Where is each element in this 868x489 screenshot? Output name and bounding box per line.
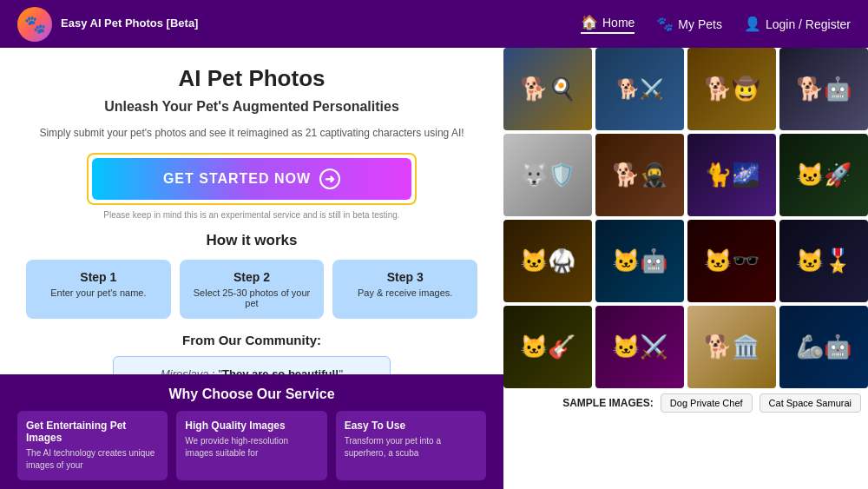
- grid-image-14: 🐱⚔️: [595, 306, 684, 388]
- grid-image-16: 🦾🤖: [779, 306, 868, 388]
- steps-container: Step 1 Enter your pet's name. Step 2 Sel…: [26, 260, 477, 319]
- paw-icon: 🐾: [656, 16, 674, 32]
- testimonial-quote: They are so beautiful!: [222, 367, 339, 374]
- hero-subtitle: Unleash Your Pet's Augmented Personaliti…: [26, 99, 477, 115]
- sample-button-dog-chef[interactable]: Dog Private Chef: [661, 393, 753, 413]
- sample-images-bar: SAMPLE IMAGES: Dog Private Chef Cat Spac…: [503, 388, 868, 414]
- testimonial-card: Miroslava : "They are so beautiful!": [113, 356, 391, 374]
- step-3-title: Step 3: [341, 270, 469, 284]
- step-1-title: Step 1: [35, 270, 162, 284]
- right-panel: 🐕🍳 🐕⚔️ 🐕🤠 🐕🤖 🐺🛡️ 🐕🥷 🐈🌌 🐱🚀 🐱🥋 🐱🤖 🐱🕶️ 🐱🎖️ …: [503, 48, 868, 489]
- step-1-desc: Enter your pet's name.: [35, 287, 162, 298]
- grid-image-2: 🐕⚔️: [595, 48, 684, 130]
- feature-card-3-title: Easy To Use: [345, 420, 477, 432]
- grid-image-3: 🐕🤠: [687, 48, 776, 130]
- feature-cards-container: Get Entertaining Pet Images The AI techn…: [17, 411, 486, 480]
- header-brand-group: 🐾 Easy AI Pet Photos [Beta]: [17, 7, 198, 42]
- get-started-button[interactable]: GET STARTED NOW ➜: [92, 158, 411, 200]
- nav-login-register[interactable]: 👤 Login / Register: [744, 16, 851, 32]
- sample-button-cat-samurai[interactable]: Cat Space Samurai: [760, 393, 861, 413]
- grid-image-4: 🐕🤖: [779, 48, 868, 130]
- step-2-box: Step 2 Select 25-30 photos of your pet: [180, 260, 325, 319]
- features-bar-title: Why Choose Our Service: [17, 387, 486, 402]
- feature-card-3: Easy To Use Transform your pet into a su…: [336, 411, 486, 480]
- nav-home[interactable]: 🏠 Home: [581, 14, 635, 34]
- grid-image-1: 🐕🍳: [503, 48, 592, 130]
- hero-description: Simply submit your pet's photos and see …: [26, 125, 477, 141]
- grid-image-7: 🐈🌌: [687, 134, 776, 216]
- grid-image-12: 🐱🎖️: [779, 220, 868, 302]
- testimonial-author: Miroslava: [161, 367, 209, 374]
- home-icon: 🏠: [581, 14, 598, 30]
- grid-image-5: 🐺🛡️: [503, 134, 592, 216]
- user-icon: 👤: [744, 16, 761, 32]
- grid-image-9: 🐱🥋: [503, 220, 592, 302]
- hero-title: AI Pet Photos: [26, 65, 477, 92]
- how-it-works-title: How it works: [26, 232, 477, 249]
- step-3-desc: Pay & receive images.: [341, 287, 469, 298]
- feature-card-1: Get Entertaining Pet Images The AI techn…: [17, 411, 168, 480]
- feature-card-1-desc: The AI technology creates unique images …: [26, 447, 159, 472]
- image-grid: 🐕🍳 🐕⚔️ 🐕🤠 🐕🤖 🐺🛡️ 🐕🥷 🐈🌌 🐱🚀 🐱🥋 🐱🤖 🐱🕶️ 🐱🎖️ …: [503, 48, 868, 388]
- hero-section: AI Pet Photos Unleash Your Pet's Augment…: [0, 48, 503, 374]
- grid-image-11: 🐱🕶️: [687, 220, 776, 302]
- grid-image-6: 🐕🥷: [595, 134, 684, 216]
- community-title: From Our Community:: [26, 333, 477, 347]
- step-3-box: Step 3 Pay & receive images.: [332, 260, 477, 319]
- grid-image-15: 🐕🏛️: [687, 306, 776, 388]
- feature-card-2: High Quality Images We provide high-reso…: [176, 411, 326, 480]
- sample-images-label: SAMPLE IMAGES:: [562, 397, 654, 409]
- step-1-box: Step 1 Enter your pet's name.: [26, 260, 171, 319]
- main-nav: 🏠 Home 🐾 My Pets 👤 Login / Register: [581, 14, 851, 34]
- grid-image-10: 🐱🤖: [595, 220, 684, 302]
- beta-notice: Please keep in mind this is an experimen…: [26, 210, 477, 220]
- step-2-title: Step 2: [188, 270, 316, 284]
- feature-card-3-desc: Transform your pet into a superhero, a s…: [345, 435, 477, 459]
- feature-card-2-desc: We provide high-resolution images suitab…: [185, 435, 318, 459]
- main-content: AI Pet Photos Unleash Your Pet's Augment…: [0, 48, 868, 489]
- step-2-desc: Select 25-30 photos of your pet: [188, 287, 316, 308]
- grid-image-13: 🐱🎸: [503, 306, 592, 388]
- left-column: AI Pet Photos Unleash Your Pet's Augment…: [0, 48, 503, 489]
- logo-icon: 🐾: [17, 7, 52, 42]
- cta-wrapper: GET STARTED NOW ➜: [87, 153, 417, 205]
- nav-my-pets[interactable]: 🐾 My Pets: [656, 16, 722, 32]
- arrow-circle-icon: ➜: [319, 169, 340, 189]
- grid-image-8: 🐱🚀: [779, 134, 868, 216]
- feature-card-2-title: High Quality Images: [185, 420, 318, 432]
- brand-name: Easy AI Pet Photos [Beta]: [61, 17, 198, 31]
- feature-card-1-title: Get Entertaining Pet Images: [26, 420, 159, 444]
- header: 🐾 Easy AI Pet Photos [Beta] 🏠 Home 🐾 My …: [0, 0, 868, 48]
- features-bar: Why Choose Our Service Get Entertaining …: [0, 374, 503, 489]
